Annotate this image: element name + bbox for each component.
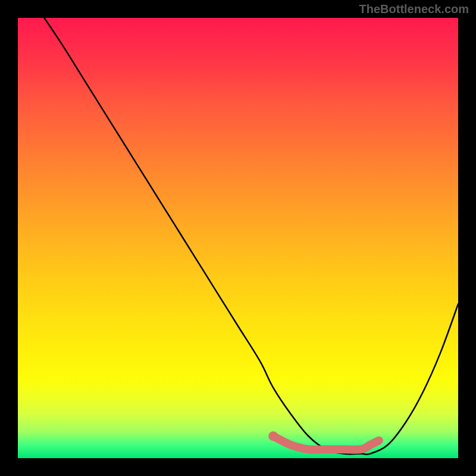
bottleneck-curve — [44, 18, 458, 455]
chart-container: TheBottleneck.com — [0, 0, 476, 476]
highlight-start-dot — [268, 431, 278, 441]
watermark-text: TheBottleneck.com — [359, 2, 469, 16]
plot-area — [18, 18, 458, 458]
curve-svg — [18, 18, 458, 458]
highlight-segment — [273, 436, 379, 450]
